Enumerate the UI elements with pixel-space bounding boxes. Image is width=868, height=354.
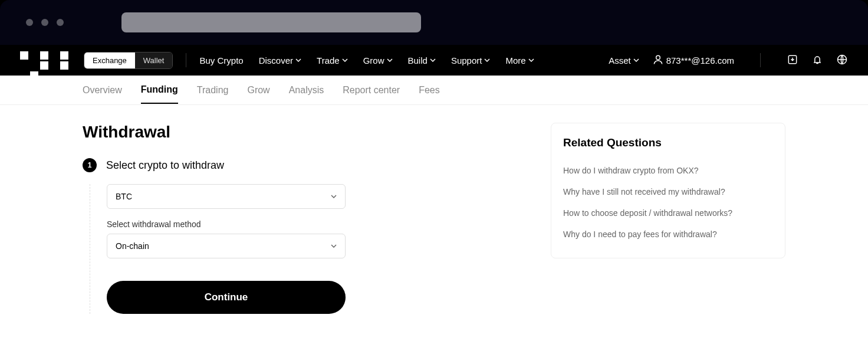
main-panel: Withdrawal 1 Select crypto to withdraw B… bbox=[83, 123, 515, 336]
mode-toggle: Exchange Wallet bbox=[84, 52, 173, 69]
subnav-funding[interactable]: Funding bbox=[141, 77, 178, 104]
okx-logo[interactable] bbox=[20, 51, 77, 69]
method-select[interactable]: On-chain bbox=[107, 234, 346, 258]
nav-grow-label: Grow bbox=[363, 55, 384, 65]
step-title: Select crypto to withdraw bbox=[106, 159, 224, 172]
subnav-fees[interactable]: Fees bbox=[419, 77, 440, 103]
nav-more-label: More bbox=[505, 55, 525, 65]
content: Withdrawal 1 Select crypto to withdraw B… bbox=[0, 105, 868, 354]
chevron-down-icon bbox=[331, 194, 337, 199]
nav-trade[interactable]: Trade bbox=[317, 55, 348, 65]
method-selected-value: On-chain bbox=[116, 241, 149, 251]
chevron-down-icon bbox=[484, 57, 490, 63]
mode-exchange[interactable]: Exchange bbox=[84, 53, 135, 68]
user-email: 873***@126.com bbox=[666, 55, 734, 65]
nav-support[interactable]: Support bbox=[451, 55, 491, 65]
chevron-down-icon bbox=[342, 57, 348, 63]
step-1-body: BTC Select withdrawal method On-chain Co… bbox=[90, 184, 331, 314]
chevron-down-icon bbox=[331, 243, 337, 249]
nav-buy-crypto-label: Buy Crypto bbox=[199, 55, 243, 65]
mode-wallet[interactable]: Wallet bbox=[135, 53, 173, 68]
page-title: Withdrawal bbox=[83, 123, 515, 142]
nav-user[interactable]: 873***@126.com bbox=[652, 54, 734, 67]
right-nav: Asset 873***@126.com bbox=[609, 53, 848, 67]
subnav-grow[interactable]: Grow bbox=[247, 77, 269, 103]
related-q2[interactable]: Why have I still not received my withdra… bbox=[563, 181, 773, 202]
method-label: Select withdrawal method bbox=[107, 219, 331, 229]
subnav-report-center[interactable]: Report center bbox=[343, 77, 400, 103]
divider bbox=[760, 53, 761, 67]
divider bbox=[186, 53, 186, 67]
subnav-analysis[interactable]: Analysis bbox=[289, 77, 324, 103]
subnav-overview[interactable]: Overview bbox=[83, 77, 122, 103]
nav-discover[interactable]: Discover bbox=[259, 55, 301, 65]
nav-build[interactable]: Build bbox=[408, 55, 436, 65]
chevron-down-icon bbox=[633, 57, 639, 63]
step-number: 1 bbox=[83, 158, 97, 172]
url-bar[interactable] bbox=[121, 12, 421, 32]
related-q3[interactable]: How to choose deposit / withdrawal netwo… bbox=[563, 202, 773, 224]
nav-more[interactable]: More bbox=[505, 55, 534, 65]
nav-asset-label: Asset bbox=[609, 55, 631, 65]
chevron-down-icon bbox=[528, 57, 534, 63]
chevron-down-icon bbox=[387, 57, 393, 63]
nav-support-label: Support bbox=[451, 55, 482, 65]
svg-point-0 bbox=[656, 55, 660, 60]
crypto-select[interactable]: BTC bbox=[107, 184, 346, 209]
window-dot-min[interactable] bbox=[41, 19, 48, 26]
chevron-down-icon bbox=[430, 57, 436, 63]
step-1-header: 1 Select crypto to withdraw bbox=[83, 158, 515, 172]
sub-nav: Overview Funding Trading Grow Analysis R… bbox=[0, 76, 868, 105]
download-icon[interactable] bbox=[787, 54, 798, 67]
nav-build-label: Build bbox=[408, 55, 428, 65]
window-titlebar bbox=[0, 0, 868, 45]
user-icon bbox=[652, 54, 664, 67]
related-q4[interactable]: Why do I need to pay fees for withdrawal… bbox=[563, 224, 773, 245]
top-nav: Exchange Wallet Buy Crypto Discover Trad… bbox=[0, 45, 868, 76]
subnav-trading[interactable]: Trading bbox=[197, 77, 229, 103]
continue-button[interactable]: Continue bbox=[107, 281, 346, 314]
related-q1[interactable]: How do I withdraw crypto from OKX? bbox=[563, 160, 773, 181]
nav-discover-label: Discover bbox=[259, 55, 293, 65]
window-controls bbox=[26, 19, 64, 26]
window-dot-close[interactable] bbox=[26, 19, 33, 26]
crypto-selected-value: BTC bbox=[116, 192, 132, 201]
nav-trade-label: Trade bbox=[317, 55, 340, 65]
bell-icon[interactable] bbox=[811, 54, 823, 67]
related-questions-panel: Related Questions How do I withdraw cryp… bbox=[551, 123, 785, 258]
nav-links: Buy Crypto Discover Trade Grow Build Sup… bbox=[199, 55, 534, 65]
window-dot-max[interactable] bbox=[57, 19, 64, 26]
related-title: Related Questions bbox=[563, 136, 773, 149]
nav-asset[interactable]: Asset bbox=[609, 55, 639, 65]
chevron-down-icon bbox=[295, 57, 301, 63]
globe-icon[interactable] bbox=[836, 54, 848, 67]
nav-buy-crypto[interactable]: Buy Crypto bbox=[199, 55, 243, 65]
nav-grow[interactable]: Grow bbox=[363, 55, 393, 65]
